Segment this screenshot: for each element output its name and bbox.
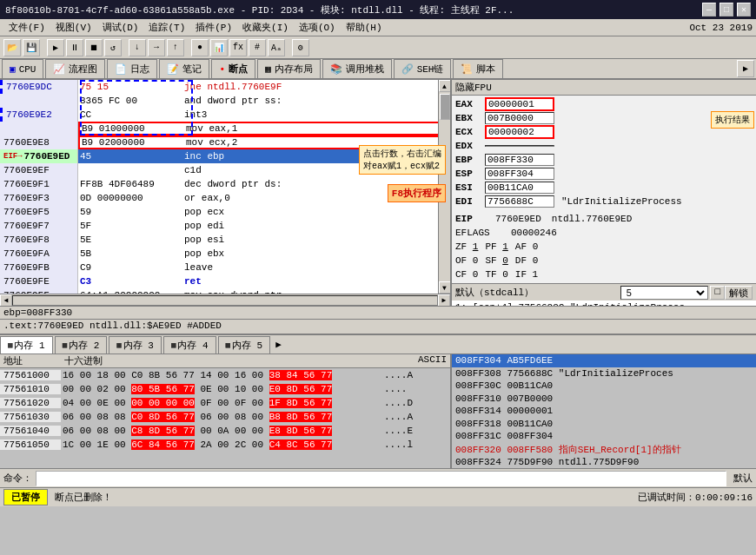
- tab-seh[interactable]: 🔗 SEH链: [394, 59, 452, 78]
- memory-tab-1[interactable]: ▦内存 1: [0, 336, 53, 353]
- tab-callstack[interactable]: 📚 调用堆栈: [322, 59, 392, 78]
- addr-7760E9F1[interactable]: 7760E9F1: [0, 177, 77, 191]
- tab-script[interactable]: 📜 脚本: [453, 59, 503, 78]
- reg-ecx-value[interactable]: 00000002: [485, 125, 554, 139]
- hscroll-left[interactable]: ◀: [0, 294, 12, 307]
- addr-7760E9FB[interactable]: 7760E9FB: [0, 261, 77, 274]
- tabs-scroll-right[interactable]: ▶: [737, 60, 754, 77]
- instr-last[interactable]: 64:A1 30000000 mov eax,dword ptr: [78, 288, 450, 294]
- tb-pause[interactable]: ⏸: [66, 39, 83, 56]
- mem-row-77561030[interactable]: 77561030 06 00 08 08 C0 8D 56 77 06 00 0…: [0, 410, 450, 424]
- addr-7760E9F5[interactable]: 7760E9F5: [0, 205, 77, 219]
- reg-edi-value[interactable]: 7756688C: [485, 195, 554, 208]
- reg-ebp-value[interactable]: 008FF330: [485, 154, 554, 166]
- reg-eip-value[interactable]: 7760E9ED: [495, 214, 541, 224]
- tb-open[interactable]: 📂: [3, 39, 21, 56]
- flag-sf[interactable]: SF 0: [485, 255, 507, 266]
- addr-7760E9E8[interactable]: 7760E9E8: [0, 135, 77, 149]
- reg-esi-value[interactable]: 00B11CA0: [485, 182, 554, 194]
- tb-stop[interactable]: ⏹: [85, 39, 103, 56]
- mem-row-77561000[interactable]: 77561000 16 00 18 00 C0 8B 56 77 14 00 1…: [0, 368, 450, 382]
- tb-trace[interactable]: 📊: [210, 39, 228, 56]
- reg-esp-value[interactable]: 008FF304: [485, 168, 554, 180]
- instr-jne[interactable]: 75 15 jne ntdll.7760E9F: [78, 80, 450, 94]
- memory-tab-2[interactable]: ▦内存 2: [55, 336, 108, 353]
- hscroll-track[interactable]: [12, 295, 438, 306]
- menu-plugin[interactable]: 插件(P): [190, 20, 237, 35]
- tb-more[interactable]: ⚙: [292, 39, 309, 56]
- instr-pop-ebx[interactable]: 5B pop ebx: [78, 247, 450, 261]
- mem-tabs-arrow[interactable]: ▶: [275, 339, 282, 350]
- flag-df[interactable]: DF 0: [515, 255, 538, 266]
- mem-row-77561020[interactable]: 77561020 04 00 0E 00 00 00 00 00 0F 00 0…: [0, 396, 450, 410]
- tb-run[interactable]: ▶: [47, 39, 64, 56]
- stack-r7[interactable]: 008FF320 008FF580 指向SEH_Record[1]的指针: [452, 443, 756, 456]
- stack-selected-row[interactable]: 008FF304 AB5FD6EE: [452, 354, 756, 367]
- tb-restart[interactable]: ↺: [104, 39, 122, 56]
- disasm-hscrollbar[interactable]: ◀ ▶: [0, 294, 450, 306]
- cmd-input[interactable]: [36, 471, 726, 486]
- close-button[interactable]: ✕: [737, 3, 751, 17]
- instr-pop-edi[interactable]: 5F pop edi: [78, 219, 450, 233]
- addr-7760E9FA[interactable]: 7760E9FA: [0, 247, 77, 261]
- stack-row-1[interactable]: 1: [esp+4] 7756688C "LdrInitializeProces: [452, 301, 756, 306]
- tb-step-into[interactable]: ↓: [129, 39, 146, 56]
- scroll-down-arrow[interactable]: ▼: [439, 281, 451, 294]
- instr-and[interactable]: 8365 FC 00 and dword ptr ss:: [78, 94, 450, 108]
- stack-r5[interactable]: 008FF318 00B11CA0: [452, 418, 756, 431]
- reg-eax-value[interactable]: 00000001: [485, 97, 554, 111]
- callstack-count-select[interactable]: 51020: [620, 286, 709, 300]
- stack-r8[interactable]: 008FF324 775D9F90 ntdll.775D9F90: [452, 456, 756, 469]
- flag-of[interactable]: OF 0: [455, 255, 478, 266]
- menu-view[interactable]: 视图(V): [50, 20, 97, 35]
- flag-cf[interactable]: CF 0: [455, 269, 478, 280]
- stack-r2[interactable]: 008FF30C 00B11CA0: [452, 380, 756, 393]
- addr-7760E9E2-2[interactable]: [0, 122, 77, 135]
- tab-memory-layout[interactable]: ▦ 内存布局: [257, 59, 321, 78]
- flag-af[interactable]: AF 0: [515, 241, 538, 252]
- addr-7760E9FE[interactable]: 7760E9FE: [0, 274, 77, 288]
- tab-notes[interactable]: 📝 笔记: [159, 59, 209, 78]
- tb-bp[interactable]: ●: [191, 39, 209, 56]
- menu-favorites[interactable]: 收藏夹(I): [237, 20, 294, 35]
- addr-7760E9F7[interactable]: 7760E9F7: [0, 219, 77, 233]
- tb-save[interactable]: 💾: [23, 39, 40, 56]
- mem-row-77561010[interactable]: 77561010 00 00 02 00 80 5B 56 77 0E 00 1…: [0, 382, 450, 396]
- unlock-button[interactable]: 解锁: [725, 286, 753, 300]
- menu-options[interactable]: 选项(O): [294, 20, 341, 35]
- scroll-up-arrow[interactable]: ▲: [439, 80, 451, 92]
- menu-file[interactable]: 文件(F): [3, 20, 50, 35]
- addr-7760E9ED[interactable]: EIF→7760E9ED: [0, 149, 77, 163]
- stack-r4[interactable]: 008FF314 00000001: [452, 405, 756, 418]
- stack-r3[interactable]: 008FF310 007B0000: [452, 393, 756, 406]
- maximize-button[interactable]: □: [720, 3, 733, 17]
- reg-ebx-value[interactable]: 007B0000: [485, 112, 554, 124]
- menu-trace[interactable]: 追踪(T): [143, 20, 190, 35]
- flag-tf[interactable]: TF 0: [485, 269, 507, 280]
- addr-7760E9DC-2[interactable]: [0, 94, 77, 108]
- instr-leave[interactable]: C9 leave: [78, 261, 450, 274]
- mem-row-77561040[interactable]: 77561040 06 00 08 00 C8 8D 56 77 00 0A 0…: [0, 424, 450, 438]
- flag-pf[interactable]: PF 1: [485, 241, 507, 252]
- tb-step-out[interactable]: ↑: [167, 39, 184, 56]
- stack-r1[interactable]: 008FF308 7756688C "LdrInitializeProces: [452, 367, 756, 380]
- memory-tab-4[interactable]: ▦内存 4: [163, 336, 216, 353]
- addr-7760E9F3[interactable]: 7760E9F3: [0, 191, 77, 205]
- reg-eflags-value[interactable]: 00000246: [511, 228, 557, 238]
- flag-zf[interactable]: ZF 1: [455, 241, 478, 252]
- addr-7760E9F8[interactable]: 7760E9F8: [0, 233, 77, 247]
- addr-7760E9EF[interactable]: 7760E9EF: [0, 163, 77, 177]
- callstack-checkbox[interactable]: □: [710, 286, 725, 300]
- tb-aa[interactable]: Aₐ: [268, 39, 285, 56]
- scroll-thumb[interactable]: [440, 94, 450, 120]
- memory-tab-3[interactable]: ▦内存 3: [109, 336, 162, 353]
- tab-log[interactable]: 📄 日志: [107, 59, 157, 78]
- menu-help[interactable]: 帮助(H): [341, 20, 388, 35]
- menu-debug[interactable]: 调试(D): [97, 20, 144, 35]
- tb-hash[interactable]: #: [249, 39, 266, 56]
- tab-cpu[interactable]: ▣ CPU: [2, 59, 43, 78]
- tab-flowchart[interactable]: 📈 流程图: [45, 59, 105, 78]
- instr-ret[interactable]: C3 ret: [78, 274, 450, 288]
- addr-7760E9DC[interactable]: 7760E9DC: [0, 80, 77, 94]
- memory-tab-5[interactable]: ▦内存 5: [218, 336, 271, 353]
